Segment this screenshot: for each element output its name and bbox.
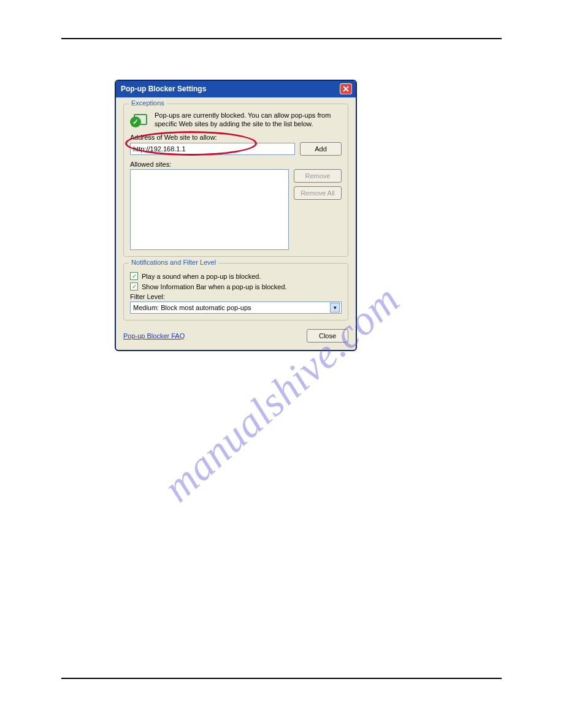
allow-popup-icon: ✓ xyxy=(130,112,150,129)
exceptions-group: Exceptions ✓ Pop-ups are currently block… xyxy=(123,104,348,257)
remove-button[interactable]: Remove xyxy=(294,169,342,183)
notifications-group: Notifications and Filter Level ✓ Play a … xyxy=(123,263,348,320)
dialog-body: Exceptions ✓ Pop-ups are currently block… xyxy=(116,97,356,350)
exceptions-legend: Exceptions xyxy=(129,99,167,107)
chevron-down-icon: ▾ xyxy=(330,303,340,313)
filter-level-select[interactable]: Medium: Block most automatic pop-ups ▾ xyxy=(130,301,342,314)
show-infobar-label: Show Information Bar when a pop-up is bl… xyxy=(142,283,287,290)
play-sound-checkbox[interactable]: ✓ xyxy=(130,272,138,280)
divider-bottom xyxy=(61,678,502,679)
popup-blocker-settings-dialog: Pop-up Blocker Settings Exceptions ✓ Pop… xyxy=(115,80,357,351)
notifications-legend: Notifications and Filter Level xyxy=(129,259,218,266)
play-sound-label: Play a sound when a pop-up is blocked. xyxy=(142,273,261,280)
filter-level-label: Filter Level: xyxy=(130,293,342,300)
close-button[interactable]: Close xyxy=(307,329,348,343)
faq-link[interactable]: Pop-up Blocker FAQ xyxy=(123,332,185,339)
dialog-title: Pop-up Blocker Settings xyxy=(121,85,206,93)
filter-level-value: Medium: Block most automatic pop-ups xyxy=(133,304,251,311)
remove-all-button[interactable]: Remove All xyxy=(294,186,342,200)
address-input[interactable] xyxy=(130,143,295,155)
divider-top xyxy=(61,38,502,39)
address-label: Address of Web site to allow: xyxy=(130,134,342,141)
allowed-sites-label: Allowed sites: xyxy=(130,161,342,168)
exceptions-description: Pop-ups are currently blocked. You can a… xyxy=(155,112,342,129)
allowed-sites-list[interactable] xyxy=(130,169,289,250)
add-button[interactable]: Add xyxy=(300,142,342,156)
show-infobar-checkbox[interactable]: ✓ xyxy=(130,282,138,290)
titlebar[interactable]: Pop-up Blocker Settings xyxy=(116,81,356,97)
close-icon[interactable] xyxy=(340,83,352,94)
